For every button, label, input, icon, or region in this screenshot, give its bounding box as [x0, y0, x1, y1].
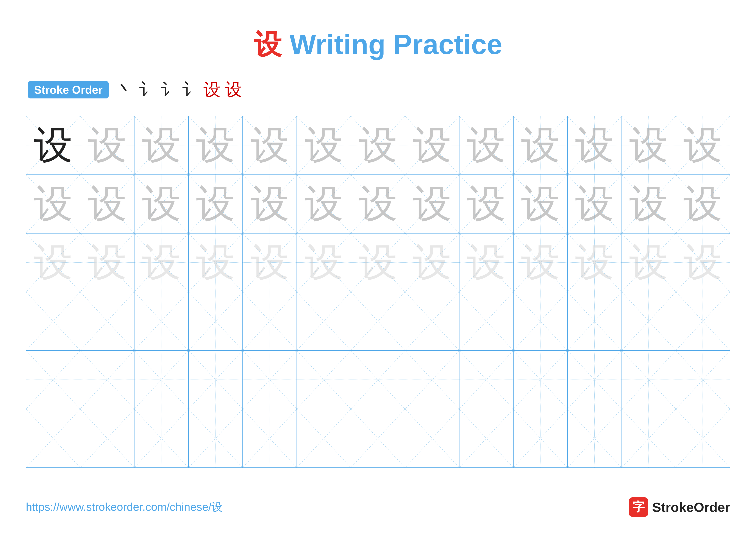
svg-line-149: [514, 409, 567, 468]
char-medium: 设: [575, 185, 614, 223]
grid-cell: [405, 292, 459, 350]
title-suffix: Writing Practice: [282, 29, 502, 60]
svg-line-151: [568, 409, 621, 468]
svg-line-115: [297, 351, 351, 409]
char-medium: 设: [305, 185, 343, 223]
grid-cell: 设: [459, 234, 514, 292]
svg-line-89: [297, 292, 351, 350]
svg-line-146: [459, 409, 513, 468]
char-light: 设: [575, 243, 614, 282]
grid-row-3: 设 设 设 设 设 设 设: [26, 234, 730, 292]
svg-line-138: [243, 409, 297, 468]
svg-line-120: [459, 351, 513, 409]
grid-cell: 设: [351, 234, 405, 292]
svg-line-154: [676, 409, 730, 468]
char-medium: 设: [413, 185, 451, 223]
svg-line-122: [514, 351, 567, 409]
char-light: 设: [413, 243, 451, 282]
svg-line-91: [351, 292, 405, 350]
stroke-3: 讠: [160, 78, 177, 101]
grid-cell: [80, 409, 134, 468]
grid-cell: [80, 292, 134, 350]
char-light: 设: [467, 243, 505, 282]
char-medium: 设: [88, 185, 127, 223]
svg-line-119: [405, 351, 459, 409]
svg-line-142: [351, 409, 405, 468]
grid-cell: 设: [26, 175, 80, 233]
svg-line-80: [80, 292, 134, 350]
grid-cell: 设: [568, 116, 622, 174]
svg-line-136: [189, 409, 242, 468]
grid-cell: [351, 292, 405, 350]
logo-char: 字: [633, 499, 645, 515]
grid-cell: 设: [622, 175, 676, 233]
svg-line-139: [243, 409, 297, 468]
grid-cell: [26, 409, 80, 468]
svg-line-141: [297, 409, 351, 468]
char-medium: 设: [521, 185, 560, 223]
char-medium: 设: [251, 126, 289, 165]
grid-cell: [351, 409, 405, 468]
grid-cell: 设: [459, 175, 514, 233]
grid-cell: 设: [80, 175, 134, 233]
page: 设 Writing Practice Stroke Order 丶 讠 讠 讠 …: [0, 0, 756, 534]
grid-cell: [459, 351, 514, 409]
char-medium: 设: [683, 126, 722, 165]
grid-cell: 设: [243, 116, 297, 174]
grid-cell: [297, 292, 351, 350]
grid-cell: [297, 409, 351, 468]
grid-cell: [26, 351, 80, 409]
svg-line-81: [80, 292, 134, 350]
svg-line-134: [134, 409, 188, 468]
svg-line-123: [514, 351, 567, 409]
practice-grid: 设 设 设 设 设 设 设: [26, 116, 730, 468]
grid-cell: [514, 351, 568, 409]
svg-line-105: [26, 351, 80, 409]
grid-cell: [676, 292, 730, 350]
svg-line-140: [297, 409, 351, 468]
grid-cell: 设: [297, 234, 351, 292]
grid-cell: 设: [568, 234, 622, 292]
grid-cell: 设: [568, 175, 622, 233]
char-light: 设: [34, 243, 73, 282]
logo-text: StrokeOrder: [652, 499, 730, 515]
char-medium: 设: [575, 126, 614, 165]
svg-line-129: [676, 351, 730, 409]
grid-cell: 设: [297, 116, 351, 174]
grid-cell: 设: [134, 116, 189, 174]
svg-line-114: [297, 351, 351, 409]
grid-cell: [676, 409, 730, 468]
grid-cell: [568, 292, 622, 350]
grid-cell: 设: [297, 175, 351, 233]
grid-cell: 设: [514, 234, 568, 292]
svg-line-143: [351, 409, 405, 468]
svg-line-107: [80, 351, 134, 409]
grid-cell: [297, 351, 351, 409]
char-light: 设: [359, 243, 397, 282]
grid-cell: 设: [351, 116, 405, 174]
stroke-order-badge: Stroke Order: [28, 81, 109, 98]
grid-cell: 设: [80, 234, 134, 292]
grid-cell: [459, 409, 514, 468]
grid-row-1: 设 设 设 设 设 设 设: [26, 116, 730, 175]
grid-cell: [622, 292, 676, 350]
footer-url[interactable]: https://www.strokeorder.com/chinese/设: [26, 499, 223, 515]
svg-line-137: [189, 409, 242, 468]
svg-line-130: [26, 409, 80, 468]
svg-line-127: [622, 351, 676, 409]
svg-line-97: [514, 292, 567, 350]
stroke-sequence: 丶 讠 讠 讠 设 设: [115, 77, 242, 103]
grid-row-6: [26, 409, 730, 468]
char-light: 设: [683, 243, 722, 282]
grid-cell: 设: [134, 175, 189, 233]
svg-line-121: [459, 351, 513, 409]
svg-line-135: [134, 409, 188, 468]
char-medium: 设: [359, 185, 397, 223]
grid-cell: [243, 409, 297, 468]
svg-line-96: [514, 292, 567, 350]
footer-logo: 字 StrokeOrder: [629, 497, 730, 517]
char-light: 设: [305, 243, 343, 282]
grid-cell: [622, 409, 676, 468]
grid-cell: 设: [676, 116, 730, 174]
grid-cell: 设: [405, 234, 459, 292]
